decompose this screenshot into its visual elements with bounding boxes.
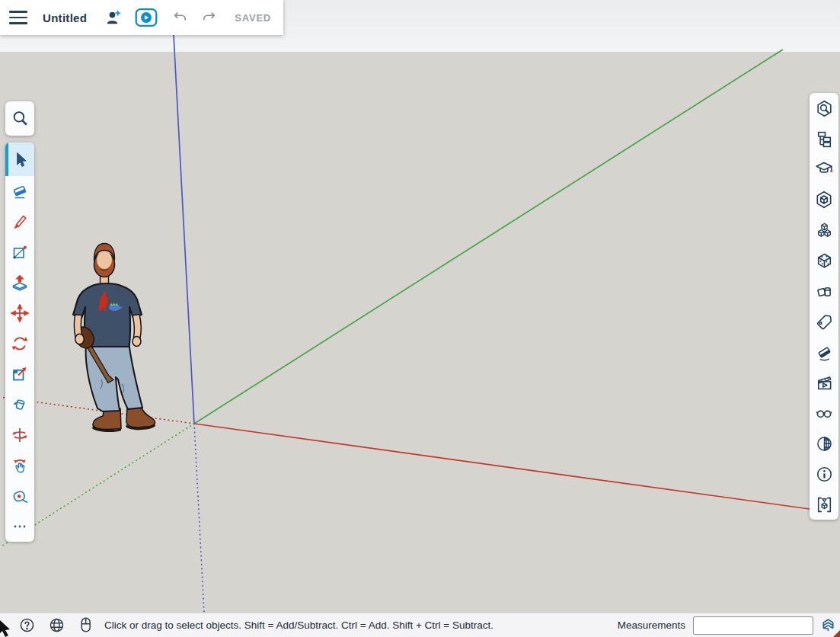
- status-message: Click or drag to select objects. Shift =…: [104, 619, 493, 631]
- paint-bucket-tool-button[interactable]: [5, 389, 34, 420]
- styles-button[interactable]: [810, 276, 838, 306]
- geolocation-button[interactable]: [810, 428, 838, 459]
- pan-hand-tool-button[interactable]: [5, 450, 34, 481]
- panels-toolbar: [810, 93, 838, 520]
- move-tool-button[interactable]: [5, 298, 34, 328]
- rotate-icon: [11, 335, 29, 353]
- more-dots-icon: [11, 517, 29, 536]
- add-collaborator-icon[interactable]: [104, 8, 123, 27]
- mouse-cursor: [0, 620, 12, 637]
- materials-button[interactable]: [810, 245, 838, 276]
- push-pull-tool-button[interactable]: [5, 267, 34, 298]
- search-model-button[interactable]: [810, 93, 838, 123]
- scenes-button[interactable]: [810, 367, 838, 398]
- info-icon: [815, 465, 834, 484]
- model-info-button[interactable]: [810, 459, 838, 489]
- language-icon[interactable]: [48, 616, 65, 634]
- styles-icon: [815, 282, 834, 301]
- redo-icon[interactable]: [200, 9, 218, 26]
- tape-measure-icon: [11, 487, 29, 505]
- outliner-icon: [815, 130, 834, 149]
- globe-grid-icon: [815, 434, 834, 453]
- instructor-icon: [814, 159, 834, 179]
- hand-arrows-icon: [11, 456, 29, 475]
- move-icon: [11, 304, 29, 322]
- materials-icon: [815, 251, 834, 270]
- scenes-icon: [815, 373, 834, 392]
- corner-grip: [833, 630, 840, 637]
- outliner-button[interactable]: [810, 123, 838, 154]
- save-status-badge: SAVED: [235, 12, 271, 24]
- entity-info-icon: [814, 190, 834, 210]
- push-pull-icon: [11, 274, 29, 292]
- status-bar: Click or drag to select objects. Shift =…: [0, 613, 840, 637]
- measurements-input[interactable]: [693, 616, 813, 635]
- figure-right-arm: [133, 315, 141, 347]
- pencil-icon: [11, 213, 29, 231]
- measurements-label: Measurements: [618, 619, 685, 631]
- components-button[interactable]: [810, 215, 838, 245]
- instructor-button[interactable]: [810, 154, 838, 184]
- select-arrow-icon: [11, 151, 29, 168]
- sketchup-web-app: { "window": { "app": "SketchUp for Web",…: [0, 0, 840, 637]
- entity-info-button[interactable]: [810, 184, 838, 215]
- tape-measure-tool-button[interactable]: [5, 481, 34, 511]
- paint-bucket-icon: [11, 395, 29, 414]
- eraser-tool-button[interactable]: [5, 176, 34, 206]
- soften-edges-button[interactable]: [810, 337, 838, 367]
- line-tool-button[interactable]: [5, 206, 34, 237]
- top-toolbar: Untitled SAVED: [0, 0, 283, 35]
- glasses-icon: [814, 403, 834, 423]
- figure-head: [94, 244, 114, 277]
- components-icon: [815, 221, 834, 240]
- rectangle-icon: [11, 243, 29, 261]
- 3d-viewport[interactable]: [0, 35, 840, 613]
- scale-tool-button[interactable]: [5, 359, 34, 389]
- flip-tool-button[interactable]: [5, 420, 34, 450]
- search-tool-button[interactable]: [5, 101, 34, 136]
- 3d-warehouse-button[interactable]: [810, 489, 838, 520]
- eraser-icon: [11, 182, 29, 200]
- tags-button[interactable]: [810, 306, 838, 337]
- scale-icon: [11, 365, 29, 383]
- tag-icon: [815, 312, 834, 331]
- select-tool-button[interactable]: [5, 142, 34, 176]
- undo-icon[interactable]: [171, 9, 189, 26]
- display-button[interactable]: [810, 398, 838, 428]
- flip-icon: [11, 426, 29, 444]
- search-icon: [11, 109, 30, 128]
- play-tutorial-icon[interactable]: [135, 8, 158, 27]
- mouse-controls-icon[interactable]: [78, 616, 94, 634]
- search-model-icon: [815, 99, 834, 118]
- help-icon[interactable]: [18, 616, 36, 634]
- rectangle-tool-button[interactable]: [5, 237, 34, 267]
- rotate-tool-button[interactable]: [5, 328, 34, 359]
- menu-icon[interactable]: [9, 11, 27, 24]
- drawing-tools-toolbar: [5, 142, 34, 542]
- more-tools-button[interactable]: [5, 511, 34, 542]
- 3d-warehouse-icon: [815, 495, 834, 514]
- document-title[interactable]: Untitled: [43, 11, 87, 24]
- soften-edges-icon: [815, 343, 834, 362]
